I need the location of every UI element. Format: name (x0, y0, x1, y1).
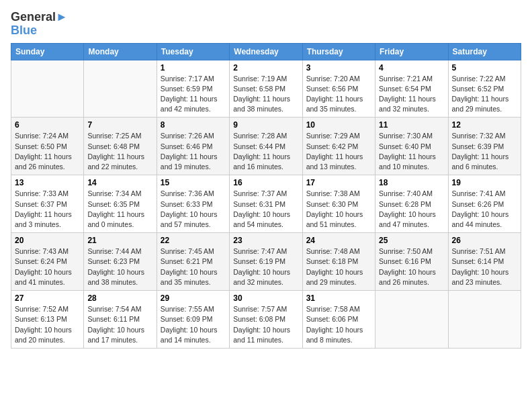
day-number: 16 (233, 178, 298, 187)
day-number: 14 (87, 178, 152, 187)
day-number: 1 (161, 63, 226, 73)
day-info: Sunrise: 7:26 AMSunset: 6:46 PMDaylight:… (161, 131, 226, 172)
day-number: 9 (233, 120, 298, 130)
day-info: Sunrise: 7:33 AMSunset: 6:37 PMDaylight:… (15, 189, 80, 230)
calendar-cell: 31Sunrise: 7:58 AMSunset: 6:06 PMDayligh… (302, 291, 375, 349)
calendar-cell: 7Sunrise: 7:25 AMSunset: 6:48 PMDaylight… (84, 118, 157, 175)
day-info: Sunrise: 7:29 AMSunset: 6:42 PMDaylight:… (306, 131, 371, 172)
day-info: Sunrise: 7:36 AMSunset: 6:33 PMDaylight:… (161, 189, 226, 230)
calendar-table: SundayMondayTuesdayWednesdayThursdayFrid… (11, 43, 521, 349)
day-number: 17 (306, 178, 371, 187)
day-info: Sunrise: 7:34 AMSunset: 6:35 PMDaylight:… (87, 189, 152, 230)
calendar-cell: 24Sunrise: 7:48 AMSunset: 6:18 PMDayligh… (302, 233, 375, 291)
day-info: Sunrise: 7:22 AMSunset: 6:52 PMDaylight:… (452, 74, 517, 115)
day-number: 5 (452, 63, 517, 73)
day-info: Sunrise: 7:48 AMSunset: 6:18 PMDaylight:… (306, 246, 371, 287)
day-number: 8 (161, 120, 226, 130)
day-info: Sunrise: 7:28 AMSunset: 6:44 PMDaylight:… (233, 131, 298, 172)
day-number: 31 (306, 293, 371, 303)
day-info: Sunrise: 7:54 AMSunset: 6:11 PMDaylight:… (87, 304, 152, 345)
day-info: Sunrise: 7:45 AMSunset: 6:21 PMDaylight:… (161, 246, 226, 287)
weekday-header-wednesday: Wednesday (230, 43, 302, 60)
day-info: Sunrise: 7:44 AMSunset: 6:23 PMDaylight:… (87, 246, 152, 287)
day-info: Sunrise: 7:38 AMSunset: 6:30 PMDaylight:… (306, 189, 371, 230)
day-number: 11 (379, 120, 444, 130)
day-number: 28 (87, 293, 152, 303)
day-number: 2 (233, 63, 298, 73)
day-info: Sunrise: 7:57 AMSunset: 6:08 PMDaylight:… (233, 304, 298, 345)
day-info: Sunrise: 7:47 AMSunset: 6:19 PMDaylight:… (233, 246, 298, 287)
day-number: 7 (87, 120, 152, 130)
day-number: 12 (452, 120, 517, 130)
calendar-cell: 29Sunrise: 7:55 AMSunset: 6:09 PMDayligh… (157, 291, 229, 349)
calendar-cell: 25Sunrise: 7:50 AMSunset: 6:16 PMDayligh… (375, 233, 448, 291)
calendar-cell: 16Sunrise: 7:37 AMSunset: 6:31 PMDayligh… (230, 175, 302, 233)
calendar-cell: 18Sunrise: 7:40 AMSunset: 6:28 PMDayligh… (375, 175, 448, 233)
day-number: 30 (233, 293, 298, 303)
day-number: 29 (161, 293, 226, 303)
calendar-cell: 30Sunrise: 7:57 AMSunset: 6:08 PMDayligh… (230, 291, 302, 349)
calendar-cell: 2Sunrise: 7:19 AMSunset: 6:58 PMDaylight… (230, 60, 302, 118)
calendar-cell (84, 60, 157, 118)
calendar-cell: 13Sunrise: 7:33 AMSunset: 6:37 PMDayligh… (11, 175, 84, 233)
weekday-header-tuesday: Tuesday (157, 43, 229, 60)
page-header: General► Blue (11, 11, 521, 38)
day-info: Sunrise: 7:37 AMSunset: 6:31 PMDaylight:… (233, 189, 298, 230)
calendar-cell: 14Sunrise: 7:34 AMSunset: 6:35 PMDayligh… (84, 175, 157, 233)
weekday-header-thursday: Thursday (302, 43, 375, 60)
calendar-cell: 12Sunrise: 7:32 AMSunset: 6:39 PMDayligh… (448, 118, 521, 175)
calendar-cell: 6Sunrise: 7:24 AMSunset: 6:50 PMDaylight… (11, 118, 84, 175)
calendar-cell: 23Sunrise: 7:47 AMSunset: 6:19 PMDayligh… (230, 233, 302, 291)
day-info: Sunrise: 7:58 AMSunset: 6:06 PMDaylight:… (306, 304, 371, 345)
day-number: 26 (452, 236, 517, 245)
day-number: 22 (161, 236, 226, 245)
calendar-cell: 5Sunrise: 7:22 AMSunset: 6:52 PMDaylight… (448, 60, 521, 118)
calendar-cell: 22Sunrise: 7:45 AMSunset: 6:21 PMDayligh… (157, 233, 229, 291)
day-number: 3 (306, 63, 371, 73)
calendar-cell: 1Sunrise: 7:17 AMSunset: 6:59 PMDaylight… (157, 60, 229, 118)
calendar-week-row: 1Sunrise: 7:17 AMSunset: 6:59 PMDaylight… (11, 60, 521, 118)
calendar-cell (448, 291, 521, 349)
day-info: Sunrise: 7:21 AMSunset: 6:54 PMDaylight:… (379, 74, 444, 115)
calendar-week-row: 20Sunrise: 7:43 AMSunset: 6:24 PMDayligh… (11, 233, 521, 291)
day-number: 21 (87, 236, 152, 245)
weekday-header-saturday: Saturday (448, 43, 521, 60)
calendar-week-row: 6Sunrise: 7:24 AMSunset: 6:50 PMDaylight… (11, 118, 521, 175)
calendar-cell: 9Sunrise: 7:28 AMSunset: 6:44 PMDaylight… (230, 118, 302, 175)
day-info: Sunrise: 7:25 AMSunset: 6:48 PMDaylight:… (87, 131, 152, 172)
day-info: Sunrise: 7:50 AMSunset: 6:16 PMDaylight:… (379, 246, 444, 287)
logo: General► Blue (11, 11, 68, 38)
calendar-cell: 17Sunrise: 7:38 AMSunset: 6:30 PMDayligh… (302, 175, 375, 233)
calendar-cell: 4Sunrise: 7:21 AMSunset: 6:54 PMDaylight… (375, 60, 448, 118)
calendar-cell (11, 60, 84, 118)
day-number: 18 (379, 178, 444, 187)
day-info: Sunrise: 7:30 AMSunset: 6:40 PMDaylight:… (379, 131, 444, 172)
calendar-cell: 15Sunrise: 7:36 AMSunset: 6:33 PMDayligh… (157, 175, 229, 233)
calendar-cell: 26Sunrise: 7:51 AMSunset: 6:14 PMDayligh… (448, 233, 521, 291)
day-number: 24 (306, 236, 371, 245)
day-number: 19 (452, 178, 517, 187)
day-info: Sunrise: 7:43 AMSunset: 6:24 PMDaylight:… (15, 246, 80, 287)
day-info: Sunrise: 7:41 AMSunset: 6:26 PMDaylight:… (452, 189, 517, 230)
day-info: Sunrise: 7:52 AMSunset: 6:13 PMDaylight:… (15, 304, 80, 345)
day-info: Sunrise: 7:40 AMSunset: 6:28 PMDaylight:… (379, 189, 444, 230)
calendar-cell: 27Sunrise: 7:52 AMSunset: 6:13 PMDayligh… (11, 291, 84, 349)
day-number: 15 (161, 178, 226, 187)
calendar-cell: 28Sunrise: 7:54 AMSunset: 6:11 PMDayligh… (84, 291, 157, 349)
day-info: Sunrise: 7:24 AMSunset: 6:50 PMDaylight:… (15, 131, 80, 172)
weekday-header-friday: Friday (375, 43, 448, 60)
calendar-cell: 3Sunrise: 7:20 AMSunset: 6:56 PMDaylight… (302, 60, 375, 118)
day-info: Sunrise: 7:51 AMSunset: 6:14 PMDaylight:… (452, 246, 517, 287)
calendar-cell (375, 291, 448, 349)
day-number: 13 (15, 178, 80, 187)
calendar-cell: 8Sunrise: 7:26 AMSunset: 6:46 PMDaylight… (157, 118, 229, 175)
day-number: 20 (15, 236, 80, 245)
day-number: 27 (15, 293, 80, 303)
calendar-cell: 19Sunrise: 7:41 AMSunset: 6:26 PMDayligh… (448, 175, 521, 233)
day-number: 6 (15, 120, 80, 130)
day-info: Sunrise: 7:19 AMSunset: 6:58 PMDaylight:… (233, 74, 298, 115)
weekday-header-monday: Monday (84, 43, 157, 60)
calendar-cell: 10Sunrise: 7:29 AMSunset: 6:42 PMDayligh… (302, 118, 375, 175)
day-number: 23 (233, 236, 298, 245)
calendar-week-row: 27Sunrise: 7:52 AMSunset: 6:13 PMDayligh… (11, 291, 521, 349)
